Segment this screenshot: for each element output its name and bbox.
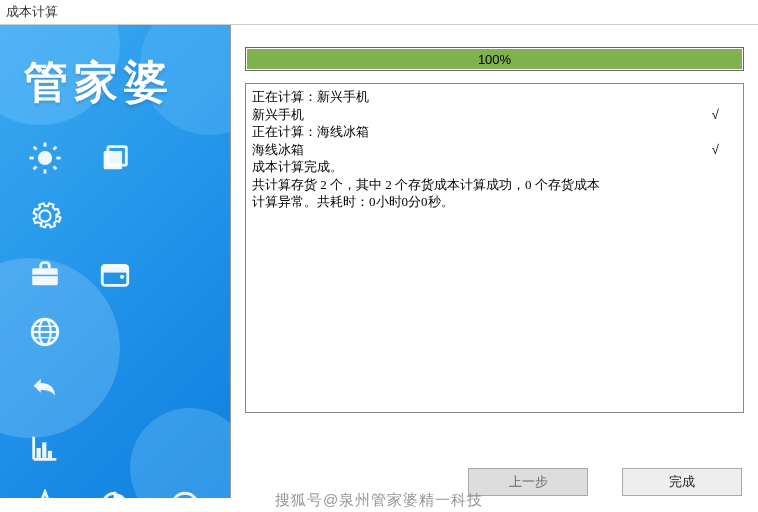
progress-bar: 100% <box>245 47 744 71</box>
main-area: 管家婆 100% 正在计算：新兴手机新兴手机√正 <box>0 24 758 498</box>
progress-fill: 100% <box>247 49 742 69</box>
svg-rect-22 <box>42 442 46 458</box>
star-icon <box>17 480 73 498</box>
minus-icon <box>157 480 213 498</box>
log-line: 海线冰箱√ <box>252 141 737 159</box>
button-row: 上一步 完成 <box>468 468 742 496</box>
brand-title: 管家婆 <box>0 25 230 112</box>
brand-panel: 管家婆 <box>0 25 230 498</box>
content-panel: 100% 正在计算：新兴手机新兴手机√正在计算：海线冰箱海线冰箱√成本计算完成。… <box>230 25 758 498</box>
barchart-icon <box>17 422 73 474</box>
window-title: 成本计算 <box>0 0 758 24</box>
svg-rect-10 <box>104 151 122 169</box>
log-line: 共计算存货 2 个，其中 2 个存货成本计算成功，0 个存货成本 <box>252 176 737 194</box>
svg-point-15 <box>120 275 124 279</box>
svg-line-7 <box>34 167 37 170</box>
svg-point-0 <box>38 151 52 165</box>
briefcase-icon <box>17 248 73 300</box>
log-line: 正在计算：新兴手机 <box>252 88 737 106</box>
gear-icon <box>17 190 73 242</box>
svg-rect-14 <box>102 266 128 273</box>
globe-icon <box>17 306 73 358</box>
svg-line-6 <box>54 167 57 170</box>
log-textarea[interactable]: 正在计算：新兴手机新兴手机√正在计算：海线冰箱海线冰箱√成本计算完成。共计算存货… <box>245 83 744 413</box>
undo-icon <box>17 364 73 416</box>
log-line: 正在计算：海线冰箱 <box>252 123 737 141</box>
svg-rect-23 <box>48 451 52 458</box>
sun-icon <box>17 132 73 184</box>
svg-rect-11 <box>32 268 58 285</box>
piechart-icon <box>87 480 143 498</box>
wallet-icon <box>87 248 143 300</box>
icon-grid <box>0 132 230 498</box>
svg-line-5 <box>34 147 37 150</box>
prev-button[interactable]: 上一步 <box>468 468 588 496</box>
log-line: 成本计算完成。 <box>252 158 737 176</box>
finish-button[interactable]: 完成 <box>622 468 742 496</box>
layers-icon <box>87 132 143 184</box>
progress-text: 100% <box>478 52 511 67</box>
svg-rect-21 <box>37 448 41 458</box>
svg-line-8 <box>54 147 57 150</box>
log-line: 计算异常。共耗时：0小时0分0秒。 <box>252 193 737 211</box>
log-line: 新兴手机√ <box>252 106 737 124</box>
svg-point-24 <box>172 493 198 498</box>
